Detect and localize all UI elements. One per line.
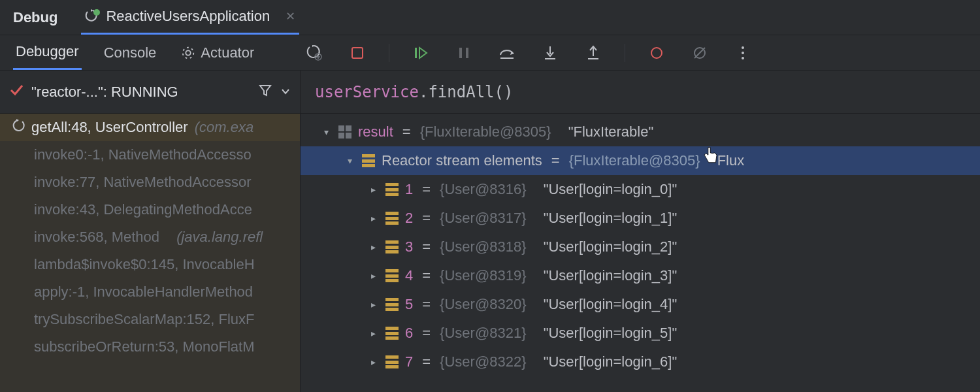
step-into-button[interactable] [538, 41, 562, 65]
pause-button[interactable] [452, 41, 476, 65]
thread-label: "reactor-...": RUNNING [31, 84, 250, 101]
filter-icon[interactable] [258, 83, 272, 101]
chevron-right-icon[interactable]: ▸ [367, 213, 379, 223]
svg-rect-8 [459, 48, 462, 58]
tab-actuator[interactable]: Actuator [178, 35, 257, 70]
debug-main: "reactor-...": RUNNING getAll:48, UserCo… [0, 71, 980, 392]
field-icon [385, 240, 399, 253]
frames-panel: "reactor-...": RUNNING getAll:48, UserCo… [0, 71, 301, 392]
frame-row[interactable]: invoke:568, Method (java.lang.refl [0, 223, 300, 251]
variable-node-element[interactable]: ▸7={User@8322} "User[login=login_6]" [301, 348, 980, 376]
chevron-right-icon[interactable]: ▸ [367, 328, 379, 338]
variable-node-result[interactable]: ▾ result = {FluxIterable@8305} "FluxIter… [301, 118, 980, 146]
resume-button[interactable] [409, 41, 433, 65]
frame-row[interactable]: subscribeOrReturn:53, MonoFlatM [0, 333, 300, 361]
stop-button[interactable] [346, 41, 369, 65]
evaluate-expression-input[interactable]: userService.findAll() [301, 71, 980, 114]
rerun-icon [85, 9, 99, 24]
variables-tree[interactable]: ▾ result = {FluxIterable@8305} "FluxIter… [301, 114, 980, 392]
field-icon [362, 154, 375, 167]
variable-node-element[interactable]: ▸1={User@8316} "User[login=login_0]" [301, 175, 980, 204]
view-breakpoints-button[interactable] [645, 41, 668, 65]
svg-point-1 [186, 50, 191, 55]
frame-row[interactable]: apply:-1, InvocableHandlerMethod [0, 278, 300, 306]
debug-toolbar: Debugger Console Actuator [0, 35, 980, 71]
tab-console[interactable]: Console [101, 35, 159, 70]
field-icon [385, 269, 399, 282]
chevron-right-icon[interactable]: ▸ [367, 270, 379, 281]
variable-node-element[interactable]: ▸6={User@8321} "User[login=login_5]" [301, 319, 980, 348]
chevron-down-icon[interactable]: ▾ [320, 127, 332, 137]
svg-point-2 [183, 47, 194, 58]
variable-node-element[interactable]: ▸5={User@8320} "User[login=login_4]" [301, 290, 980, 319]
more-actions-button[interactable] [731, 41, 755, 65]
variable-node-element[interactable]: ▸3={User@8318} "User[login=login_2]" [301, 233, 980, 261]
chevron-down-icon[interactable] [280, 84, 291, 101]
frame-row[interactable]: lambda$invoke$0:145, InvocableH [0, 251, 300, 278]
chevron-right-icon[interactable]: ▸ [367, 242, 379, 252]
svg-rect-9 [466, 48, 468, 58]
chevron-right-icon[interactable]: ▸ [367, 184, 379, 195]
actuator-icon [181, 46, 195, 60]
svg-point-15 [651, 48, 662, 58]
rerun-button[interactable] [302, 41, 326, 65]
frame-row[interactable]: invoke0:-1, NativeMethodAccesso [0, 141, 300, 169]
object-icon [338, 125, 351, 139]
debug-title: Debug [13, 9, 57, 26]
variables-panel: userService.findAll() ▾ result = {FluxIt… [301, 71, 980, 392]
thread-selector[interactable]: "reactor-...": RUNNING [0, 71, 300, 114]
field-icon [385, 355, 399, 368]
field-icon [385, 327, 399, 340]
separator [625, 44, 625, 62]
frame-row[interactable]: invoke:43, DelegatingMethodAcce [0, 196, 300, 223]
field-icon [385, 298, 399, 311]
frame-row[interactable]: trySubscribeScalarMap:152, FluxF [0, 306, 300, 333]
run-config-tab[interactable]: ReactiveUsersApplication ✕ [81, 0, 299, 35]
close-icon[interactable]: ✕ [286, 9, 295, 24]
chevron-right-icon[interactable]: ▸ [367, 299, 379, 310]
variable-node-stream-elements[interactable]: ▾ Reactor stream elements = {FluxIterabl… [301, 146, 980, 175]
frame-row[interactable]: getAll:48, UserController (com.exa [0, 114, 300, 141]
drop-frame-icon[interactable] [12, 119, 25, 136]
svg-rect-6 [352, 48, 363, 58]
tab-debugger[interactable]: Debugger [13, 35, 82, 70]
svg-point-0 [93, 9, 100, 16]
field-icon [385, 183, 399, 196]
separator [389, 44, 389, 62]
svg-rect-7 [415, 48, 417, 58]
chevron-right-icon[interactable]: ▸ [367, 357, 379, 367]
more-icon [742, 46, 744, 59]
mute-breakpoints-button[interactable] [688, 41, 711, 65]
variable-node-element[interactable]: ▸4={User@8319} "User[login=login_3]" [301, 261, 980, 290]
run-config-label: ReactiveUsersApplication [106, 8, 270, 25]
suspended-check-icon [9, 83, 24, 101]
field-icon [385, 212, 399, 225]
frames-list[interactable]: getAll:48, UserController (com.exa invok… [0, 114, 300, 392]
debug-tabbar: Debug ReactiveUsersApplication ✕ [0, 0, 980, 35]
step-over-button[interactable] [495, 41, 519, 65]
step-out-button[interactable] [581, 41, 605, 65]
variable-node-element[interactable]: ▸2={User@8317} "User[login=login_1]" [301, 204, 980, 233]
frame-row[interactable]: invoke:77, NativeMethodAccessor [0, 169, 300, 196]
chevron-down-icon[interactable]: ▾ [344, 155, 355, 166]
